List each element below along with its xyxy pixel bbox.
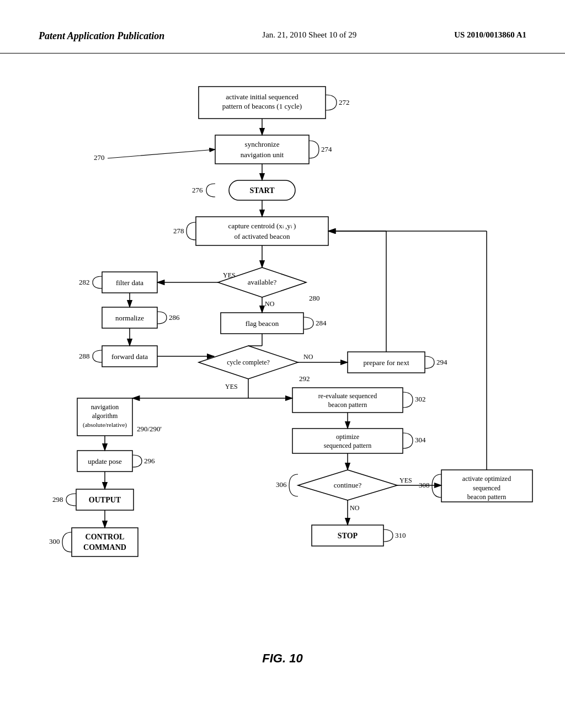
page-header: Patent Application Publication Jan. 21, …	[0, 0, 565, 53]
svg-text:sequenced: sequenced	[473, 484, 500, 492]
svg-text:of activated beacon: of activated beacon	[234, 232, 290, 240]
svg-text:START: START	[249, 186, 275, 195]
svg-text:COMMAND: COMMAND	[83, 543, 126, 552]
svg-text:sequenced pattern: sequenced pattern	[324, 442, 371, 449]
svg-text:capture centroid (xᵢ ,yᵢ ): capture centroid (xᵢ ,yᵢ )	[228, 222, 296, 230]
svg-text:optimize: optimize	[336, 433, 359, 441]
svg-text:296: 296	[144, 457, 155, 465]
svg-rect-6	[215, 135, 309, 164]
svg-text:beacon pattern: beacon pattern	[467, 493, 506, 501]
svg-text:308: 308	[419, 481, 430, 489]
svg-text:STOP: STOP	[338, 532, 358, 540]
figure-caption: FIG. 10	[262, 651, 302, 666]
svg-text:beacon pattern: beacon pattern	[328, 401, 367, 409]
svg-text:NO: NO	[265, 300, 275, 308]
svg-text:OUTPUT: OUTPUT	[89, 496, 121, 504]
svg-line-11	[108, 149, 215, 158]
svg-text:284: 284	[316, 319, 327, 327]
svg-text:re-evaluate sequenced: re-evaluate sequenced	[318, 392, 377, 400]
diagram-area: activate initial sequenced pattern of be…	[0, 53, 565, 682]
svg-text:prepare for next: prepare for next	[363, 358, 409, 367]
svg-text:update pose: update pose	[88, 457, 122, 465]
svg-text:294: 294	[436, 358, 447, 366]
svg-text:continue?: continue?	[334, 481, 362, 489]
svg-text:normalize: normalize	[115, 314, 144, 322]
svg-text:272: 272	[339, 98, 350, 106]
svg-rect-78	[292, 388, 403, 413]
flowchart-svg: activate initial sequenced pattern of be…	[0, 53, 565, 682]
svg-rect-73	[72, 528, 138, 556]
svg-text:304: 304	[415, 436, 426, 444]
svg-text:288: 288	[79, 352, 90, 360]
svg-text:cycle complete?: cycle complete?	[227, 358, 270, 366]
svg-text:available?: available?	[248, 278, 277, 286]
svg-text:298: 298	[52, 495, 63, 504]
svg-text:filter data: filter data	[116, 279, 143, 287]
svg-text:306: 306	[276, 480, 287, 489]
svg-text:YES: YES	[225, 383, 238, 390]
svg-text:270: 270	[94, 153, 105, 162]
svg-text:276: 276	[192, 186, 203, 194]
svg-text:(absolute/relative): (absolute/relative)	[83, 421, 127, 429]
svg-text:NO: NO	[303, 353, 313, 361]
svg-text:282: 282	[79, 278, 90, 286]
publication-date: Jan. 21, 2010 Sheet 10 of 29	[262, 30, 356, 40]
svg-text:activate optimized: activate optimized	[462, 475, 511, 483]
svg-text:300: 300	[49, 537, 60, 545]
svg-rect-83	[292, 429, 403, 453]
svg-text:278: 278	[173, 227, 184, 235]
svg-text:pattern  of  beacons  (1 cycle: pattern of beacons (1 cycle)	[222, 102, 302, 110]
svg-text:CONTROL: CONTROL	[86, 533, 125, 541]
svg-text:310: 310	[395, 531, 406, 539]
svg-text:navigation unit: navigation unit	[241, 151, 284, 159]
svg-text:flag beacon: flag beacon	[246, 319, 279, 328]
svg-text:292: 292	[299, 374, 310, 383]
svg-text:YES: YES	[223, 271, 236, 279]
svg-text:YES: YES	[399, 477, 412, 484]
svg-text:NO: NO	[350, 504, 360, 512]
patent-page: Patent Application Publication Jan. 21, …	[0, 0, 565, 728]
svg-text:274: 274	[321, 145, 332, 153]
publication-number: US 2010/0013860 A1	[454, 30, 526, 40]
svg-text:activate  initial  sequenced: activate initial sequenced	[226, 93, 299, 101]
svg-text:280: 280	[309, 294, 320, 302]
svg-text:forward data: forward data	[111, 352, 148, 361]
svg-text:navigation: navigation	[91, 403, 119, 411]
svg-text:302: 302	[415, 395, 426, 403]
svg-text:286: 286	[169, 313, 180, 322]
svg-text:algorithm: algorithm	[92, 412, 118, 420]
svg-rect-17	[196, 217, 328, 245]
svg-text:290/290': 290/290'	[137, 425, 162, 433]
svg-text:synchronize: synchronize	[245, 140, 280, 148]
publication-title: Patent Application Publication	[39, 30, 164, 42]
